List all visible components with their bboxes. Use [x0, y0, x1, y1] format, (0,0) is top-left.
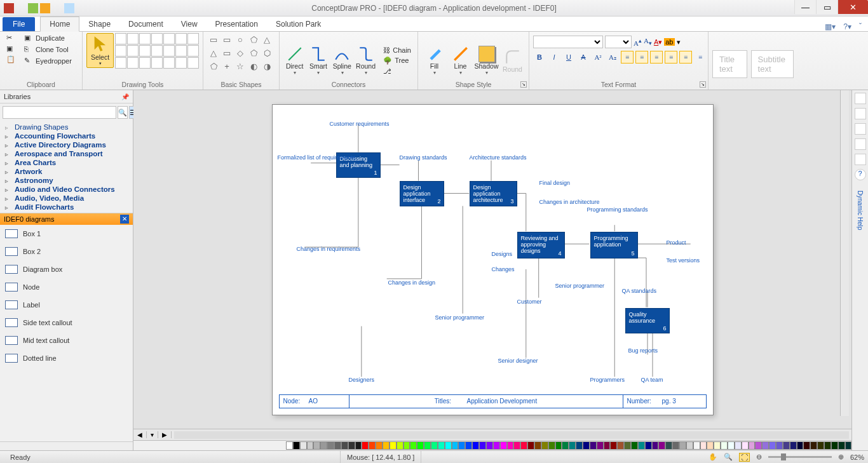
diagram-box[interactable]: Quality assurance6	[625, 308, 670, 333]
highlight-icon[interactable]: ab	[664, 38, 674, 46]
help-icon[interactable]: ?	[855, 169, 866, 180]
qat-icon[interactable]	[52, 3, 62, 13]
library-tree-item[interactable]: Drawing Shapes	[3, 123, 130, 131]
color-swatch[interactable]	[424, 441, 431, 450]
color-swatch[interactable]	[369, 441, 376, 450]
color-swatch[interactable]	[341, 441, 348, 450]
tab-document[interactable]: Document	[119, 17, 172, 31]
collapse-ribbon-icon[interactable]: ˇ	[859, 22, 862, 31]
zoom-fit-icon[interactable]: ⛶	[739, 453, 750, 462]
library-tree-item[interactable]: Astronomy	[3, 176, 130, 185]
color-swatch[interactable]	[631, 441, 638, 450]
color-swatch[interactable]	[479, 441, 486, 450]
shape-list-item[interactable]: Label	[0, 296, 133, 314]
sidebar-icon[interactable]	[855, 138, 866, 150]
qat-icon[interactable]	[88, 3, 98, 13]
shape-list-item[interactable]: Box 1	[0, 225, 133, 243]
diagram-box[interactable]: Reviewing and approving designs4	[517, 232, 565, 258]
color-swatch[interactable]	[735, 441, 742, 450]
tab-presentation[interactable]: Presentation	[207, 17, 267, 31]
color-swatch[interactable]	[438, 441, 445, 450]
library-tree-item[interactable]: Artwork	[3, 167, 130, 176]
font-family-select[interactable]	[533, 36, 603, 48]
color-swatch[interactable]	[307, 441, 314, 450]
color-swatch[interactable]	[452, 441, 459, 450]
chain-button[interactable]: ⛓Chain	[381, 46, 414, 55]
copy-icon[interactable]: ▣	[4, 44, 18, 53]
color-swatch[interactable]	[652, 441, 659, 450]
color-swatch[interactable]	[590, 441, 597, 450]
color-swatch[interactable]	[810, 441, 817, 450]
tab-nav-right[interactable]: ▶	[158, 431, 172, 438]
align-center-button[interactable]: ≡	[635, 51, 648, 64]
sidebar-icon[interactable]	[855, 123, 866, 135]
search-button[interactable]: 🔍	[118, 106, 128, 119]
qat-icon[interactable]	[76, 3, 86, 13]
tab-home[interactable]: Home	[40, 17, 79, 32]
minimize-button[interactable]: —	[794, 0, 816, 14]
color-swatch[interactable]	[410, 441, 417, 450]
color-swatch[interactable]	[569, 441, 576, 450]
dynamic-help-label[interactable]: Dynamic Help	[857, 191, 864, 230]
shape-list-item[interactable]: Side text callout	[0, 314, 133, 332]
bold-button[interactable]: B	[533, 51, 546, 64]
color-swatch[interactable]	[576, 441, 583, 450]
color-swatch[interactable]	[803, 441, 810, 450]
shadow-button[interactable]: Shadow	[474, 46, 499, 76]
qat-icon[interactable]	[4, 3, 14, 13]
color-swatch[interactable]	[355, 441, 362, 450]
color-swatch[interactable]	[797, 441, 804, 450]
color-swatch[interactable]	[658, 441, 665, 450]
color-palette[interactable]	[133, 440, 851, 450]
idef0-section-header[interactable]: IDEF0 diagrams✕	[0, 213, 133, 225]
underline-button[interactable]: U	[562, 51, 575, 64]
shape-list-item[interactable]: Mid text callout	[0, 332, 133, 349]
libraries-tree[interactable]: Drawing ShapesAccounting FlowchartsActiv…	[0, 121, 133, 213]
sidebar-icon[interactable]	[855, 93, 866, 104]
round-corners-button[interactable]: Round	[500, 49, 525, 73]
color-swatch[interactable]	[534, 441, 541, 450]
color-swatch[interactable]	[679, 441, 686, 450]
qat-icon[interactable]	[100, 3, 111, 13]
help-icon[interactable]: ?▾	[843, 22, 851, 31]
color-swatch[interactable]	[486, 441, 493, 450]
color-swatch[interactable]	[493, 441, 500, 450]
hscrollbar[interactable]	[174, 431, 849, 439]
direct-connector-button[interactable]: Direct	[283, 46, 306, 76]
color-swatch[interactable]	[755, 441, 762, 450]
color-swatch[interactable]	[313, 441, 320, 450]
superscript-button[interactable]: A²	[592, 51, 604, 64]
sidebar-icon[interactable]	[855, 154, 866, 165]
select-tool-button[interactable]: Select▾	[86, 33, 114, 68]
color-swatch[interactable]	[831, 441, 838, 450]
color-swatch[interactable]	[555, 441, 562, 450]
color-swatch[interactable]	[665, 441, 672, 450]
color-swatch[interactable]	[707, 441, 714, 450]
color-swatch[interactable]	[672, 441, 679, 450]
color-swatch[interactable]	[348, 441, 355, 450]
round-connector-button[interactable]: Round	[355, 46, 377, 76]
color-swatch[interactable]	[562, 441, 569, 450]
layout-icon[interactable]: ▦▾	[825, 22, 836, 31]
diagram-box[interactable]: Programming application5	[590, 232, 638, 258]
zoom-slider[interactable]	[768, 456, 832, 458]
qat-icon[interactable]	[16, 3, 26, 13]
panel-hscroll[interactable]	[0, 441, 133, 450]
library-tree-item[interactable]: Active Directory Diagrams	[3, 140, 130, 149]
drawing-icons[interactable]	[115, 33, 199, 69]
color-swatch[interactable]	[597, 441, 604, 450]
diagram-box[interactable]: Design application architecture3	[470, 181, 517, 206]
qat-icon[interactable]	[64, 3, 74, 13]
color-swatch[interactable]	[445, 441, 452, 450]
shape-list-item[interactable]: Node	[0, 278, 133, 296]
color-swatch[interactable]	[513, 441, 520, 450]
color-swatch[interactable]	[362, 441, 369, 450]
subtitle-text-input[interactable]: Subtitle text	[751, 50, 794, 78]
decrease-font-icon[interactable]: A▾	[644, 37, 652, 46]
tab-nav-left[interactable]: ◀	[133, 431, 147, 438]
font-size-select[interactable]	[605, 36, 632, 48]
align-bottom-button[interactable]: ≡	[694, 51, 707, 64]
diagram-box[interactable]: Design application interface2	[400, 181, 444, 206]
color-swatch[interactable]	[845, 441, 851, 450]
zoom-select-icon[interactable]: 🔍	[724, 453, 733, 461]
